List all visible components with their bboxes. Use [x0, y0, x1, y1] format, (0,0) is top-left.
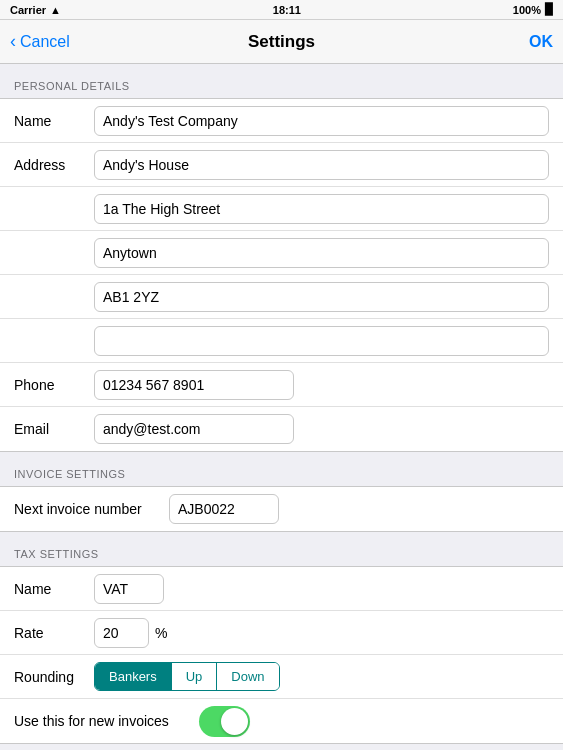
email-label: Email: [14, 421, 94, 437]
next-invoice-label: Next invoice number: [14, 501, 169, 517]
status-right: 100% ▉: [513, 3, 553, 16]
tax-name-input[interactable]: [94, 574, 164, 604]
phone-row: Phone: [0, 363, 563, 407]
address-label: Address: [14, 157, 94, 173]
rounding-down-button[interactable]: Down: [217, 663, 278, 690]
wifi-icon: ▲: [50, 4, 61, 16]
use-for-new-toggle[interactable]: [199, 706, 250, 737]
rounding-row: Rounding Bankers Up Down: [0, 655, 563, 699]
back-chevron-icon: ‹: [10, 31, 16, 52]
rounding-bankers-button[interactable]: Bankers: [95, 663, 172, 690]
name-input[interactable]: [94, 106, 549, 136]
rounding-up-button[interactable]: Up: [172, 663, 218, 690]
tax-name-label: Name: [14, 581, 94, 597]
invoice-settings-group: Next invoice number: [0, 486, 563, 532]
battery-label: 100%: [513, 4, 541, 16]
next-invoice-row: Next invoice number: [0, 487, 563, 531]
name-label: Name: [14, 113, 94, 129]
name-row: Name: [0, 99, 563, 143]
battery-icon: ▉: [545, 3, 553, 16]
status-time: 18:11: [273, 4, 301, 16]
cancel-button[interactable]: ‹ Cancel: [10, 31, 80, 52]
page-title: Settings: [80, 32, 483, 52]
phone-input[interactable]: [94, 370, 294, 400]
email-row: Email: [0, 407, 563, 451]
toggle-thumb: [221, 708, 248, 735]
address4-row: [0, 275, 563, 319]
phone-label: Phone: [14, 377, 94, 393]
use-for-new-label: Use this for new invoices: [14, 713, 199, 729]
rounding-label: Rounding: [14, 669, 94, 685]
carrier-label: Carrier: [10, 4, 46, 16]
address5-input[interactable]: [94, 326, 549, 356]
ok-button[interactable]: OK: [483, 33, 553, 51]
email-input[interactable]: [94, 414, 294, 444]
address3-input[interactable]: [94, 238, 549, 268]
invoice-settings-header: Invoice Settings: [0, 452, 563, 486]
rate-unit: %: [155, 625, 167, 641]
nav-bar: ‹ Cancel Settings OK: [0, 20, 563, 64]
status-bar: Carrier ▲ 18:11 100% ▉: [0, 0, 563, 20]
address3-row: [0, 231, 563, 275]
use-for-new-row: Use this for new invoices: [0, 699, 563, 743]
tax-rate-input[interactable]: [94, 618, 149, 648]
tax-rate-row: Rate %: [0, 611, 563, 655]
personal-details-header: Personal Details: [0, 64, 563, 98]
tax-name-row: Name: [0, 567, 563, 611]
tax-settings-header: Tax Settings: [0, 532, 563, 566]
status-left: Carrier ▲: [10, 4, 61, 16]
next-invoice-input[interactable]: [169, 494, 279, 524]
address-row: Address: [0, 143, 563, 187]
personal-details-group: Name Address Phone Email: [0, 98, 563, 452]
tax-rate-label: Rate: [14, 625, 94, 641]
address4-input[interactable]: [94, 282, 549, 312]
address1-input[interactable]: [94, 150, 549, 180]
address2-row: [0, 187, 563, 231]
tax-settings-group: Name Rate % Rounding Bankers Up Down Use…: [0, 566, 563, 744]
rounding-segmented-control: Bankers Up Down: [94, 662, 280, 691]
cancel-label: Cancel: [20, 33, 70, 51]
address5-row: [0, 319, 563, 363]
address2-input[interactable]: [94, 194, 549, 224]
